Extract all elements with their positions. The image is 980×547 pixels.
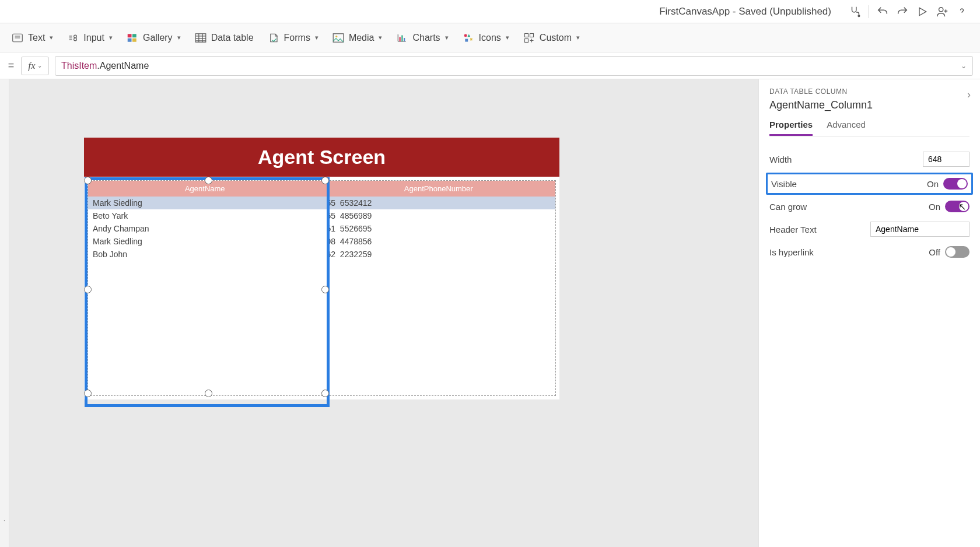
- headertext-input[interactable]: [870, 222, 970, 237]
- undo-icon[interactable]: [873, 2, 892, 22]
- formula-bar-row: = fx⌄ ThisItem.AgentName ⌄: [0, 52, 980, 79]
- text-icon: [12, 32, 23, 44]
- fx-icon: fx: [28, 60, 35, 72]
- highlighted-visible-row: Visible On: [766, 173, 973, 195]
- svg-point-0: [858, 15, 860, 16]
- width-input[interactable]: [923, 152, 970, 167]
- ribbon-forms[interactable]: Forms▾: [268, 32, 318, 44]
- resize-handle[interactable]: [321, 177, 329, 184]
- prop-row-width: Width: [769, 147, 970, 171]
- prop-label: Header Text: [769, 225, 817, 234]
- ribbon-custom[interactable]: Custom▾: [523, 32, 580, 44]
- ribbon-label: Forms: [284, 33, 310, 43]
- resize-handle[interactable]: [321, 286, 329, 293]
- svg-point-1: [939, 7, 943, 11]
- cell-phone: 51 5526695: [322, 222, 556, 235]
- ribbon-label: Input: [83, 33, 104, 43]
- input-icon: [67, 32, 79, 44]
- prop-row-headertext: Header Text: [769, 217, 970, 241]
- table-row[interactable]: Mark Siedling 55 6532412: [88, 197, 555, 209]
- fx-dropdown[interactable]: fx⌄: [21, 57, 49, 75]
- hyperlink-toggle[interactable]: [945, 246, 970, 258]
- toggle-state-text: On: [927, 179, 939, 189]
- mouse-cursor-icon: ↖: [958, 201, 966, 212]
- table-row[interactable]: Beto Yark 55 4856989: [88, 209, 555, 222]
- canvas-area[interactable]: Agent Screen AgentName AgentPhoneNumber …: [9, 79, 758, 547]
- svg-rect-7: [128, 38, 132, 41]
- table-row[interactable]: Andy Champan 51 5526695: [88, 222, 555, 235]
- prop-label: Can grow: [769, 202, 807, 212]
- cell-name: Beto Yark: [88, 209, 322, 222]
- app-title: FirstCanvasApp - Saved (Unpublished): [659, 6, 831, 17]
- formula-token-rest: .AgentName: [97, 61, 149, 71]
- cell-name: Andy Champan: [88, 222, 322, 235]
- cell-name: Mark Siedling: [88, 197, 322, 209]
- ribbon-media[interactable]: Media▾: [332, 32, 383, 44]
- prop-row-visible: Visible On: [771, 177, 968, 191]
- formula-expand-icon[interactable]: ⌄: [961, 62, 967, 70]
- table-row[interactable]: Mark Siedling 98 4478856: [88, 235, 555, 248]
- svg-rect-17: [530, 33, 533, 37]
- gallery-icon: [127, 32, 138, 44]
- table-row[interactable]: Bob John 62 2232259: [88, 248, 555, 261]
- svg-rect-12: [400, 37, 401, 41]
- cell-name: Bob John: [88, 248, 322, 261]
- column-header-agentname[interactable]: AgentName: [88, 181, 322, 197]
- svg-point-3: [74, 35, 77, 38]
- data-table-control[interactable]: AgentName AgentPhoneNumber Mark Siedling…: [88, 180, 556, 396]
- ribbon-label: Charts: [412, 33, 440, 43]
- category-expand-icon[interactable]: ›: [967, 89, 971, 101]
- redo-icon[interactable]: [892, 2, 912, 22]
- screen-title: Agent Screen: [84, 138, 559, 177]
- svg-rect-6: [132, 34, 136, 37]
- svg-rect-18: [524, 38, 528, 42]
- resize-handle[interactable]: [321, 390, 329, 397]
- svg-point-11: [335, 36, 337, 37]
- ribbon-data-table[interactable]: Data table: [195, 32, 254, 44]
- data-table-icon: [195, 32, 206, 44]
- resize-handle[interactable]: [205, 390, 212, 397]
- svg-point-15: [464, 34, 467, 37]
- resize-handle[interactable]: [84, 286, 92, 293]
- formula-token-thisitem: ThisItem: [61, 61, 97, 71]
- ribbon-text[interactable]: Text▾: [12, 32, 53, 44]
- prop-label: Visible: [771, 179, 797, 189]
- prop-row-hyperlink: Is hyperlink Off: [769, 241, 970, 262]
- toggle-state-text: Off: [929, 247, 940, 257]
- ribbon-label: Gallery: [143, 33, 173, 43]
- formula-input[interactable]: ThisItem.AgentName ⌄: [55, 56, 973, 76]
- property-tabs: Properties Advanced: [769, 120, 970, 136]
- cell-phone: 98 4478856: [322, 235, 556, 248]
- prop-label: Is hyperlink: [769, 247, 814, 257]
- ribbon-charts[interactable]: Charts▾: [396, 32, 448, 44]
- health-check-icon[interactable]: [845, 2, 865, 22]
- ribbon-gallery[interactable]: Gallery▾: [127, 32, 181, 44]
- cangrow-toggle[interactable]: ↖: [945, 201, 970, 212]
- resize-handle[interactable]: [205, 177, 212, 184]
- svg-rect-5: [128, 34, 132, 37]
- share-user-icon[interactable]: [932, 2, 952, 22]
- property-category: DATA TABLE COLUMN: [769, 87, 970, 96]
- title-bar: FirstCanvasApp - Saved (Unpublished): [0, 0, 980, 23]
- ribbon-label: Data table: [211, 33, 254, 43]
- svg-rect-14: [404, 38, 405, 41]
- ribbon-label: Icons: [479, 33, 501, 43]
- ribbon-label: Media: [349, 33, 374, 43]
- ribbon-input[interactable]: Input▾: [67, 32, 113, 44]
- tab-properties[interactable]: Properties: [769, 120, 813, 136]
- resize-handle[interactable]: [84, 390, 92, 397]
- column-header-agentphone[interactable]: AgentPhoneNumber: [322, 181, 556, 197]
- selected-object-name: AgentName_Column1: [769, 99, 970, 111]
- charts-icon: [396, 32, 408, 44]
- cell-phone: 55 6532412: [322, 197, 556, 209]
- play-preview-icon[interactable]: [912, 2, 932, 22]
- help-icon[interactable]: [952, 2, 972, 22]
- svg-rect-16: [524, 33, 528, 37]
- ribbon-label: Text: [28, 33, 45, 43]
- left-rail[interactable]: ·: [0, 79, 9, 547]
- app-screen: Agent Screen AgentName AgentPhoneNumber …: [84, 138, 559, 399]
- tab-advanced[interactable]: Advanced: [827, 120, 866, 136]
- resize-handle[interactable]: [84, 177, 92, 184]
- visible-toggle[interactable]: [943, 178, 968, 190]
- ribbon-icons[interactable]: Icons▾: [463, 32, 509, 44]
